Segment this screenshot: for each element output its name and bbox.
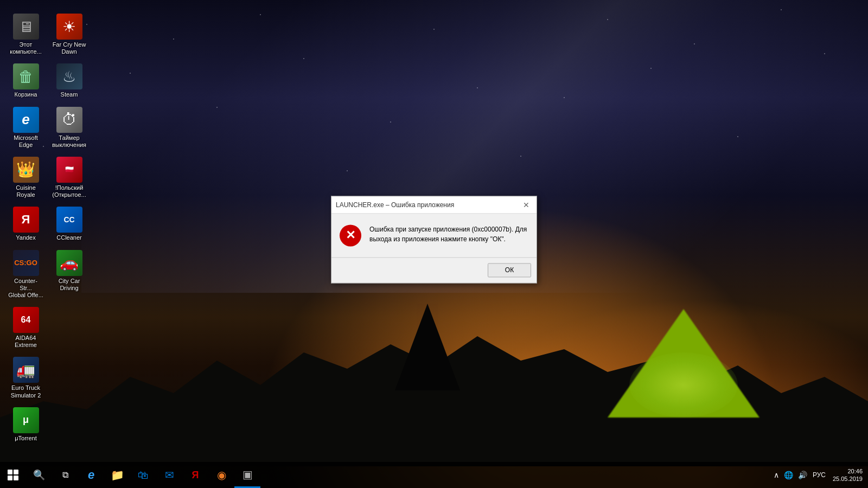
recycle-icon-label: Корзина — [15, 91, 37, 98]
computer-icon: 🖥 — [13, 14, 39, 40]
steam-icon: ♨ — [56, 63, 82, 89]
desktop-icon-citycar[interactable]: 🚗 City Car Driving — [49, 247, 90, 294]
volume-icon[interactable]: 🔊 — [797, 470, 808, 480]
error-icon: ✕ — [340, 224, 361, 246]
taskbar-app-explorer[interactable]: 📁 — [104, 462, 130, 488]
taskbar-systray: ∧ 🌐 🔊 РУС 20:46 25.05.2019 — [767, 467, 868, 483]
dialog-ok-button[interactable]: ОК — [488, 263, 531, 277]
desktop-icon-timer[interactable]: ⏱ Таймервыключения — [49, 104, 90, 151]
language-indicator[interactable]: РУС — [813, 471, 826, 479]
mail-taskbar-icon: ✉ — [165, 468, 174, 481]
citycar-icon-label: City Car Driving — [52, 278, 87, 292]
game-taskbar-icon: ▣ — [242, 468, 253, 481]
dialog-title: LAUNCHER.exe – Ошибка приложения — [336, 201, 454, 209]
desktop: 🖥 Этоткомпьюте... 🗑 Корзина e MicrosoftE… — [0, 0, 868, 488]
search-icon: 🔍 — [33, 469, 45, 481]
dialog-message: Ошибка при запуске приложения (0xc000007… — [369, 224, 528, 244]
explorer-taskbar-icon: 📁 — [111, 468, 124, 481]
polish-icon-label: !Польский(Открытое... — [52, 184, 86, 198]
systray-icons: ∧ 🌐 🔊 — [773, 470, 808, 480]
cuisine-icon: 👑 — [13, 157, 39, 183]
computer-icon-label: Этоткомпьюте... — [10, 41, 42, 55]
desktop-icon-computer[interactable]: 🖥 Этоткомпьюте... — [5, 11, 46, 58]
taskbar-app-yabro[interactable]: ◉ — [208, 462, 234, 488]
dialog-body: ✕ Ошибка при запуске приложения (0xc0000… — [331, 214, 537, 257]
network-icon[interactable]: 🌐 — [783, 470, 794, 480]
desktop-icon-farcry[interactable]: ☀ Far Cry NewDawn — [49, 11, 90, 58]
desktop-icon-utorrent[interactable]: μ μTorrent — [5, 404, 46, 445]
task-view-icon: ⧉ — [62, 470, 68, 480]
dialog-close-button[interactable]: ✕ — [520, 199, 532, 211]
edge-taskbar-icon: e — [88, 468, 94, 482]
taskbar-search-button[interactable]: 🔍 — [26, 462, 52, 488]
edge-icon: e — [13, 107, 39, 133]
edge-icon-label: MicrosoftEdge — [14, 134, 38, 149]
desktop-icon-ccleaner[interactable]: CC CCleaner — [49, 204, 90, 244]
yabro-taskbar-icon: ◉ — [217, 468, 226, 481]
ets2-icon-label: Euro TruckSimulator 2 — [11, 384, 41, 399]
csgo-icon: CS:GO — [13, 250, 39, 276]
dialog-titlebar: LAUNCHER.exe – Ошибка приложения ✕ — [331, 196, 537, 214]
yandex-icon-label: Yandex — [16, 234, 36, 241]
yandex-icon: Я — [13, 207, 39, 233]
timer-icon-label: Таймервыключения — [52, 134, 86, 149]
taskbar-app-store[interactable]: 🛍 — [130, 462, 156, 488]
start-button[interactable] — [0, 462, 26, 488]
cuisine-icon-label: CuisineRoyale — [16, 184, 36, 198]
desktop-icon-aida64[interactable]: 64 AIDA64Extreme — [5, 304, 46, 351]
tent-glow — [629, 352, 738, 418]
taskbar-app-game[interactable]: ▣ — [234, 462, 260, 488]
citycar-icon: 🚗 — [56, 250, 82, 276]
windows-logo-icon — [8, 470, 18, 480]
dialog-footer: ОК — [331, 257, 537, 282]
error-dialog: LAUNCHER.exe – Ошибка приложения ✕ ✕ Оши… — [331, 196, 537, 283]
desktop-icon-steam[interactable]: ♨ Steam — [49, 61, 90, 101]
taskbar-app-edge[interactable]: e — [78, 462, 104, 488]
ccleaner-icon: CC — [56, 207, 82, 233]
csgo-icon-label: Counter-Str...Global Offe... — [8, 278, 43, 299]
desktop-icon-yandex[interactable]: Я Yandex — [5, 204, 46, 244]
taskbar-apps: e 📁 🛍 ✉ Я ◉ ▣ — [78, 462, 767, 488]
systray-date-value: 25.05.2019 — [833, 475, 863, 483]
desktop-icon-csgo[interactable]: CS:GO Counter-Str...Global Offe... — [5, 247, 46, 302]
ccleaner-icon-label: CCleaner — [56, 234, 81, 241]
polish-icon: 🇵🇱 — [56, 157, 82, 183]
taskbar-app-mail[interactable]: ✉ — [156, 462, 182, 488]
timer-icon: ⏱ — [56, 107, 82, 133]
store-taskbar-icon: 🛍 — [138, 469, 149, 481]
desktop-icon-polish[interactable]: 🇵🇱 !Польский(Открытое... — [49, 154, 90, 201]
systray-chevron[interactable]: ∧ — [773, 470, 780, 480]
systray-time-value: 20:46 — [833, 467, 863, 475]
taskbar-task-view-button[interactable]: ⧉ — [52, 462, 78, 488]
desktop-icon-cuisine[interactable]: 👑 CuisineRoyale — [5, 154, 46, 201]
yandex-taskbar-icon: Я — [192, 470, 199, 481]
taskbar-app-yandex[interactable]: Я — [182, 462, 208, 488]
desktop-icon-ets2[interactable]: 🚛 Euro TruckSimulator 2 — [5, 354, 46, 401]
recycle-icon: 🗑 — [13, 63, 39, 89]
utorrent-icon: μ — [13, 407, 39, 433]
aida-icon-label: AIDA64Extreme — [15, 335, 37, 349]
farcry-icon: ☀ — [56, 14, 82, 40]
taskbar: 🔍 ⧉ e 📁 🛍 ✉ Я ◉ — [0, 462, 868, 488]
ets2-icon: 🚛 — [13, 357, 39, 383]
steam-icon-label: Steam — [61, 91, 78, 98]
systray-clock[interactable]: 20:46 25.05.2019 — [833, 467, 863, 483]
error-circle: ✕ — [340, 224, 361, 246]
tent — [608, 309, 760, 418]
utorrent-icon-label: μTorrent — [15, 435, 37, 442]
aida-icon: 64 — [13, 307, 39, 333]
tree-silhouette — [417, 304, 438, 390]
farcry-icon-label: Far Cry NewDawn — [53, 41, 86, 55]
desktop-icon-recycle[interactable]: 🗑 Корзина — [5, 61, 46, 101]
desktop-icons-container: 🖥 Этоткомпьюте... 🗑 Корзина e MicrosoftE… — [0, 5, 92, 466]
desktop-icon-edge[interactable]: e MicrosoftEdge — [5, 104, 46, 151]
